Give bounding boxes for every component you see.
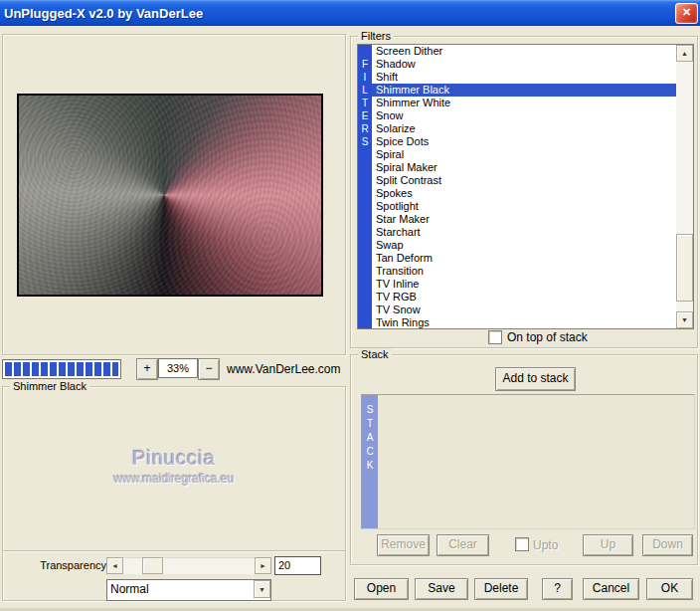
filter-item[interactable]: TV Inline <box>372 278 676 291</box>
preview-panel <box>2 34 346 355</box>
help-button[interactable]: ? <box>542 578 573 600</box>
filter-item[interactable]: Shimmer Black <box>372 84 676 97</box>
stack-rail: STACK <box>362 395 378 528</box>
filter-item[interactable]: Spotlight <box>372 200 676 213</box>
filters-group: Filters FILTERS Screen DitherShadowShift… <box>350 36 698 348</box>
zoom-in-button[interactable]: + <box>136 358 158 380</box>
slider-left-arrow-icon[interactable]: ◄ <box>106 557 123 574</box>
watermark-name: Pinuccia <box>3 447 345 470</box>
transparency-frame: Transparency ◄ ► 20 Normal ▼ <box>2 550 346 601</box>
blend-mode-combo[interactable]: Normal ▼ <box>106 579 271 601</box>
remove-button[interactable]: Remove <box>377 534 430 556</box>
titlebar[interactable]: UnPlugged-X v2.0 by VanDerLee ✕ <box>0 0 700 26</box>
filter-item[interactable]: Split Contrast <box>372 174 676 187</box>
transparency-value-input[interactable]: 20 <box>274 556 321 575</box>
zoom-meter-fill <box>5 362 118 376</box>
filter-item[interactable]: Screen Dither <box>372 45 676 58</box>
filter-item[interactable]: Spokes <box>372 187 676 200</box>
watermark: Pinuccia www.maidiregrafica.eu <box>3 447 345 486</box>
filter-item[interactable]: Spiral Maker <box>372 161 676 174</box>
transparency-slider[interactable]: ◄ ► <box>106 557 271 574</box>
scroll-down-icon[interactable]: ▼ <box>676 311 693 328</box>
filter-item[interactable]: Shadow <box>372 58 676 71</box>
save-button[interactable]: Save <box>415 578 468 600</box>
unplugged-x-dialog: UnPlugged-X v2.0 by VanDerLee ✕ + 33% − … <box>0 0 700 611</box>
filter-item[interactable]: Tan Deform <box>372 252 676 265</box>
filter-item[interactable]: TV RGB <box>372 291 676 304</box>
vendor-site-label: www.VanDerLee.com <box>227 362 341 376</box>
upto-label: Upto <box>533 538 558 552</box>
chevron-down-icon[interactable]: ▼ <box>254 580 270 598</box>
filter-item[interactable]: Twin Rings <box>372 316 676 328</box>
clear-button[interactable]: Clear <box>437 534 489 556</box>
filter-item[interactable]: Swap <box>372 239 676 252</box>
down-button[interactable]: Down <box>642 534 693 556</box>
filter-item[interactable]: Starchart <box>372 226 676 239</box>
upto-checkbox[interactable] <box>515 537 529 551</box>
stack-list[interactable]: STACK <box>361 394 695 529</box>
filter-preview-image[interactable] <box>17 94 323 297</box>
watermark-url: www.maidiregrafica.eu <box>3 472 345 486</box>
transparency-slider-thumb[interactable] <box>142 557 163 574</box>
zoom-meter[interactable] <box>2 359 121 379</box>
filters-rail: FILTERS <box>358 45 372 328</box>
blend-mode-value: Normal <box>107 580 254 600</box>
up-button[interactable]: Up <box>583 534 633 556</box>
filter-settings-group: Shimmer Black Pinuccia www.maidiregrafic… <box>2 386 346 551</box>
filter-item[interactable]: Snow <box>372 109 676 122</box>
zoom-value: 33% <box>158 358 198 378</box>
filter-item[interactable]: Transition <box>372 265 676 278</box>
filter-item[interactable]: Solarize <box>372 122 676 135</box>
delete-button[interactable]: Delete <box>474 578 528 600</box>
filters-list-wrap: FILTERS Screen DitherShadowShiftShimmer … <box>357 44 694 329</box>
slider-right-arrow-icon[interactable]: ► <box>255 557 271 574</box>
filter-item[interactable]: Shimmer White <box>372 97 676 109</box>
filter-item[interactable]: Spice Dots <box>372 135 676 148</box>
stack-group: Stack Add to stack STACK Remove Clear Up… <box>350 354 698 565</box>
filters-scrollbar-thumb[interactable] <box>676 234 693 302</box>
filters-scrollbar[interactable]: ▲ ▼ <box>676 45 693 328</box>
add-to-stack-button[interactable]: Add to stack <box>495 367 576 391</box>
filters-list[interactable]: Screen DitherShadowShiftShimmer BlackShi… <box>372 45 676 328</box>
filters-group-label: Filters <box>358 30 394 43</box>
zoom-out-button[interactable]: − <box>198 358 220 380</box>
filters-scrollbar-track[interactable] <box>676 62 693 311</box>
on-top-of-stack-checkbox[interactable] <box>488 330 502 344</box>
filter-settings-group-label: Shimmer Black <box>10 380 89 393</box>
transparency-slider-track[interactable] <box>123 557 255 574</box>
filter-item[interactable]: TV Snow <box>372 304 676 316</box>
ok-button[interactable]: OK <box>646 578 693 600</box>
window-title: UnPlugged-X v2.0 by VanDerLee <box>0 6 203 21</box>
transparency-label: Transparency <box>31 559 106 571</box>
stack-group-label: Stack <box>358 348 392 361</box>
cancel-button[interactable]: Cancel <box>583 578 639 600</box>
filter-item[interactable]: Shift <box>372 71 676 84</box>
scroll-up-icon[interactable]: ▲ <box>676 45 693 62</box>
open-button[interactable]: Open <box>354 578 409 600</box>
filter-item[interactable]: Star Maker <box>372 213 676 226</box>
on-top-of-stack-label: On top of stack <box>507 330 588 344</box>
filter-item[interactable]: Spiral <box>372 148 676 161</box>
close-icon[interactable]: ✕ <box>675 3 698 24</box>
